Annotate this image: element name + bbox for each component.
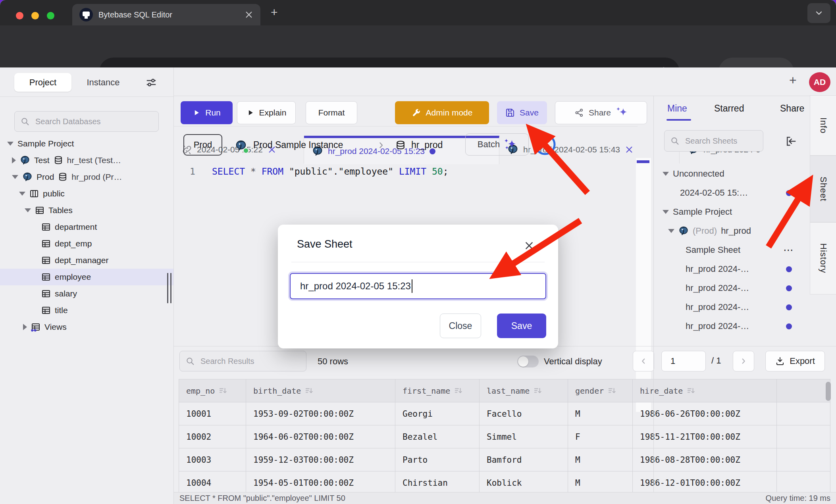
tree-item-table[interactable]: title: [0, 302, 173, 319]
run-button[interactable]: Run: [181, 101, 233, 124]
tree-item-prod-db[interactable]: Prodhr_prod (Pr…: [0, 169, 173, 185]
tree-item-test-db[interactable]: Testhr_test (Test…: [0, 152, 173, 169]
vertical-display-toggle[interactable]: [517, 356, 539, 367]
rail-tab-sheet[interactable]: Sheet: [810, 156, 836, 222]
dialog-close-icon[interactable]: [524, 240, 534, 251]
table-scrollbar-thumb[interactable]: [826, 382, 831, 401]
window-minimize-button[interactable]: [31, 12, 39, 19]
table-cell[interactable]: M: [568, 471, 633, 492]
caret-down-icon[interactable]: [663, 210, 669, 214]
tree-item-table[interactable]: salary: [0, 285, 173, 302]
sheet-group-unconnected[interactable]: Unconnected: [654, 164, 810, 183]
share-button[interactable]: Share: [555, 101, 647, 124]
sheet-item[interactable]: hr_prod 2024-…: [654, 317, 810, 336]
table-cell[interactable]: Simmel: [480, 425, 568, 448]
table-cell[interactable]: Chirstian: [395, 471, 480, 492]
sheet-item[interactable]: 2024-02-05 15:…: [654, 183, 810, 202]
column-header[interactable]: gender: [568, 379, 633, 402]
table-cell[interactable]: M: [568, 448, 633, 471]
sort-icon[interactable]: [534, 387, 542, 395]
caret-right-icon[interactable]: [12, 157, 16, 164]
batch-button[interactable]: Batch: [465, 133, 529, 156]
sort-icon[interactable]: [454, 387, 463, 395]
admin-mode-button[interactable]: Admin mode: [395, 101, 489, 124]
sort-icon[interactable]: [608, 387, 616, 395]
breadcrumb-instance[interactable]: Prod Sample Instance: [253, 140, 343, 150]
browser-tab-close-icon[interactable]: [245, 10, 253, 19]
sheet-item[interactable]: hr_prod 2024-…: [654, 260, 810, 279]
table-cell[interactable]: Parto: [395, 448, 480, 471]
collapse-panel-icon[interactable]: [785, 135, 797, 147]
table-cell[interactable]: Georgi: [395, 402, 480, 425]
table-cell[interactable]: 10004: [179, 471, 246, 492]
tree-item-views-group[interactable]: Views: [0, 319, 173, 335]
caret-down-icon[interactable]: [19, 192, 25, 196]
table-cell[interactable]: 10001: [179, 402, 246, 425]
tree-item-table[interactable]: dept_manager: [0, 252, 173, 269]
tab-mine[interactable]: Mine: [667, 103, 687, 114]
table-cell[interactable]: 1959-12-03T00:00:00Z: [246, 448, 395, 471]
table-cell[interactable]: Facello: [480, 402, 568, 425]
results-search[interactable]: [179, 351, 306, 371]
tab-instance[interactable]: Instance: [79, 73, 127, 92]
database-search-input[interactable]: [35, 117, 153, 127]
tab-search-button[interactable]: [807, 3, 830, 23]
new-sheet-button[interactable]: +: [789, 73, 797, 88]
prev-page-button[interactable]: [633, 351, 654, 371]
caret-right-icon[interactable]: [23, 324, 27, 330]
caret-down-icon[interactable]: [663, 172, 669, 176]
sort-icon[interactable]: [219, 387, 227, 395]
table-cell[interactable]: 1954-05-01T00:00:00Z: [246, 471, 395, 492]
rail-tab-history[interactable]: History: [810, 222, 836, 294]
column-header[interactable]: emp_no: [179, 379, 246, 402]
tree-item-table[interactable]: department: [0, 219, 173, 235]
filter-sliders-icon[interactable]: [145, 77, 157, 88]
user-avatar[interactable]: AD: [809, 72, 830, 92]
rail-tab-info[interactable]: Info: [810, 95, 836, 156]
save-button[interactable]: Save: [497, 101, 547, 124]
sheet-item[interactable]: hr_prod 2024-…: [654, 279, 810, 298]
window-close-button[interactable]: [16, 12, 23, 19]
window-zoom-button[interactable]: [47, 12, 54, 19]
caret-down-icon[interactable]: [12, 175, 18, 179]
sheet-search[interactable]: [664, 130, 763, 152]
breadcrumb-database[interactable]: hr_prod: [411, 140, 443, 150]
column-header[interactable]: first_name: [395, 379, 480, 402]
tree-item-schema-public[interactable]: public: [0, 185, 173, 202]
browser-tab[interactable]: Bytebase SQL Editor: [72, 4, 260, 25]
sheet-search-input[interactable]: [684, 136, 757, 146]
database-search[interactable]: [14, 111, 159, 132]
table-cell[interactable]: 10002: [179, 425, 246, 448]
sql-editor-line[interactable]: 1 SELECT * FROM "public"."employee" LIMI…: [190, 163, 634, 180]
format-button[interactable]: Format: [306, 101, 357, 124]
table-cell[interactable]: 10003: [179, 448, 246, 471]
environment-chip[interactable]: Prod: [183, 134, 222, 156]
browser-new-tab-button[interactable]: +: [271, 6, 278, 19]
tree-item-tables-group[interactable]: Tables: [0, 202, 173, 219]
tab-share[interactable]: Share: [780, 103, 804, 114]
dialog-close-button[interactable]: Close: [440, 314, 481, 338]
dialog-save-button[interactable]: Save: [497, 314, 546, 338]
sheet-menu-ellipsis[interactable]: ⋯: [783, 244, 794, 256]
tab-starred[interactable]: Starred: [714, 103, 744, 114]
table-cell[interactable]: 1964-06-02T00:00:00Z: [246, 425, 395, 448]
editor-scrollbar[interactable]: [636, 158, 651, 412]
sheet-group-database[interactable]: (Prod)hr_prod: [654, 221, 810, 240]
column-header[interactable]: birth_date: [246, 379, 395, 402]
explain-button[interactable]: Explain: [237, 101, 296, 124]
sort-icon[interactable]: [305, 387, 314, 395]
caret-down-icon[interactable]: [25, 208, 31, 212]
tree-item-table-employee-selected[interactable]: employee: [0, 269, 173, 285]
table-cell[interactable]: Bezalel: [395, 425, 480, 448]
table-cell[interactable]: M: [568, 402, 633, 425]
sidebar-resize-handle[interactable]: [167, 273, 173, 303]
table-cell[interactable]: 1953-09-02T00:00:00Z: [246, 402, 395, 425]
table-cell[interactable]: F: [568, 425, 633, 448]
tab-close-icon[interactable]: [625, 145, 634, 154]
tree-item-project[interactable]: Sample Project: [0, 135, 173, 152]
caret-down-icon[interactable]: [7, 142, 13, 146]
sheet-group-project[interactable]: Sample Project: [654, 202, 810, 221]
results-search-input[interactable]: [200, 356, 300, 366]
tree-item-table[interactable]: dept_emp: [0, 235, 173, 252]
table-cell[interactable]: Bamford: [480, 448, 568, 471]
